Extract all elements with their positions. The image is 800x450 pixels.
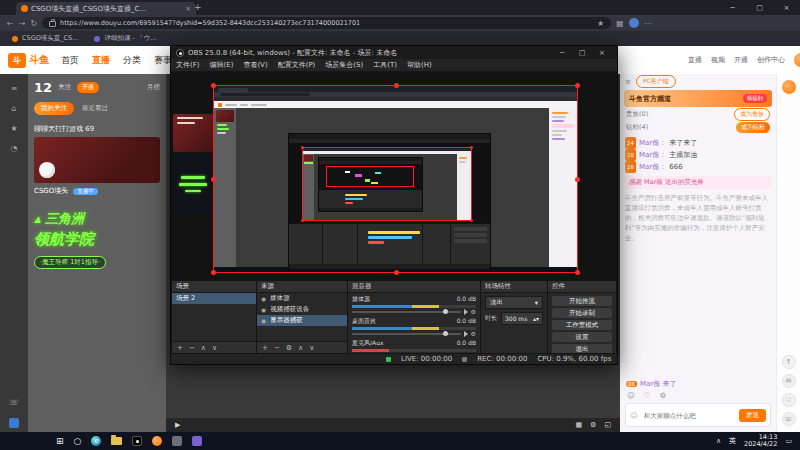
volume-slider[interactable]: [352, 311, 461, 313]
notification-center-icon[interactable]: ▭: [785, 437, 792, 445]
live-now-pill[interactable]: 开播: [77, 82, 99, 93]
official-banner[interactable]: 斗鱼官方频道 领福利: [624, 90, 772, 107]
gift-icon[interactable]: ♡: [644, 391, 651, 400]
visibility-eye-icon[interactable]: ◉: [261, 306, 266, 313]
scene-up-icon[interactable]: ∧: [201, 344, 206, 352]
taskbar-search-icon[interactable]: ○: [74, 436, 82, 446]
stream-card[interactable]: 聊聊天打打游戏 69 CSGO瑛头 直播中: [34, 124, 160, 196]
back-to-top-icon[interactable]: ↑: [782, 355, 796, 369]
menu-icon[interactable]: ≡: [11, 84, 18, 93]
source-item[interactable]: ◉ 媒体源: [257, 293, 347, 304]
quality-icon[interactable]: ▦: [575, 421, 582, 429]
chat-input-box[interactable]: ☺ 发送: [625, 403, 771, 427]
settings-button[interactable]: 设置: [552, 332, 612, 342]
douyu-logo[interactable]: 斗 斗鱼: [8, 53, 49, 68]
tab-close-icon[interactable]: ×: [185, 5, 191, 13]
home-icon[interactable]: ⌂: [11, 104, 16, 113]
window-minimize-button[interactable]: ─: [719, 0, 746, 15]
add-source-icon[interactable]: +: [262, 344, 268, 352]
monthly-rank-link[interactable]: 月榜: [147, 83, 160, 92]
collections-icon[interactable]: ▦: [616, 19, 624, 28]
fullscreen-icon[interactable]: ◱: [604, 421, 611, 429]
star-icon[interactable]: ★: [10, 124, 17, 133]
menu-profile[interactable]: 配置文件(P): [273, 60, 321, 70]
become-noble-button[interactable]: 成为贵族: [734, 108, 770, 121]
track-settings-icon[interactable]: ⚙: [471, 330, 476, 337]
visibility-eye-icon[interactable]: ◉: [261, 317, 266, 324]
obs-close-button[interactable]: ×: [592, 49, 612, 57]
refresh-icon[interactable]: ↻: [30, 19, 37, 28]
menu-view[interactable]: 查看(V): [238, 60, 272, 70]
menu-scene-collection[interactable]: 场景集合(S): [320, 60, 368, 70]
studio-mode-button[interactable]: 工作室模式: [552, 320, 612, 330]
url-field[interactable]: https://www.douyu.com/69591547?dyshid=59…: [42, 17, 611, 29]
volume-slider[interactable]: [352, 333, 461, 335]
camera-source-preview[interactable]: [173, 154, 213, 214]
taskbar-app-icon[interactable]: [192, 436, 202, 446]
browser-tab[interactable]: CSGO瑛头直播_CSGO瑛头直播_C... ×: [16, 2, 196, 15]
taskbar-edge-icon[interactable]: e: [91, 436, 101, 446]
back-icon[interactable]: ←: [7, 19, 14, 28]
fan-count-label[interactable]: 钻粉(4): [626, 123, 732, 132]
window-maximize-button[interactable]: □: [746, 0, 773, 15]
media-source-preview[interactable]: [173, 114, 213, 152]
speaker-icon[interactable]: [464, 309, 468, 315]
taskbar-explorer-icon[interactable]: [111, 437, 122, 445]
obs-title-bar[interactable]: OBS 25.0.8 (64-bit, windows) - 配置文件: 未命名…: [171, 46, 617, 59]
stepper-icon[interactable]: ▴▾: [533, 315, 539, 322]
language-indicator[interactable]: 英: [729, 436, 736, 446]
service-icon[interactable]: ☏: [782, 412, 796, 426]
history-icon[interactable]: ◔: [11, 144, 18, 153]
taskbar-app-icon[interactable]: [172, 436, 182, 446]
pc-client-button[interactable]: PC客户端: [636, 75, 676, 88]
new-tab-button[interactable]: +: [194, 2, 202, 12]
chat-settings-icon[interactable]: ⚙: [660, 391, 667, 400]
service-icon[interactable]: ☏: [9, 398, 19, 407]
source-item-selected[interactable]: ◉ 显示器捕获: [257, 315, 347, 326]
favorite-icon[interactable]: ♡: [782, 393, 796, 407]
obs-minimize-button[interactable]: ─: [552, 49, 572, 57]
taskbar-obs-icon[interactable]: [132, 436, 142, 446]
tray-chevron-icon[interactable]: ∧: [716, 437, 721, 445]
source-up-icon[interactable]: ∧: [298, 344, 303, 352]
settings-icon[interactable]: ⚙: [590, 421, 596, 429]
menu-tools[interactable]: 工具(T): [368, 60, 402, 70]
remove-source-icon[interactable]: −: [274, 344, 280, 352]
transition-select[interactable]: 淡出 ▾: [485, 296, 543, 309]
source-properties-icon[interactable]: ⚙: [286, 344, 292, 352]
become-fan-button[interactable]: 成为钻粉: [736, 122, 770, 133]
track-settings-icon[interactable]: ⚙: [471, 308, 476, 315]
bookmark-item[interactable]: 详细拍课 - 「ウ...: [94, 34, 156, 43]
nav-video-small[interactable]: 视频: [711, 55, 725, 65]
menu-file[interactable]: 文件(F): [171, 60, 205, 70]
window-close-button[interactable]: ×: [773, 0, 800, 15]
play-icon[interactable]: ▶: [175, 421, 180, 429]
scene-item[interactable]: 场景 2: [172, 293, 256, 304]
url-text[interactable]: https://www.douyu.com/69591547?dyshid=59…: [60, 19, 593, 27]
favorite-star-icon[interactable]: ★: [597, 19, 604, 28]
speaker-icon[interactable]: [464, 331, 468, 337]
add-scene-icon[interactable]: +: [177, 344, 183, 352]
obs-maximize-button[interactable]: □: [572, 49, 592, 57]
visibility-eye-icon[interactable]: ◉: [261, 295, 266, 302]
app-download-icon[interactable]: [9, 418, 19, 428]
remove-scene-icon[interactable]: −: [189, 344, 195, 352]
chat-username[interactable]: Mar薇: [639, 161, 666, 173]
recently-watched-link[interactable]: 最近看过: [82, 104, 108, 113]
taskbar-douyu-icon[interactable]: [152, 436, 162, 446]
streamer-name[interactable]: CSGO瑛头: [34, 186, 68, 196]
chat-username[interactable]: Mar薇: [639, 149, 666, 161]
scene-down-icon[interactable]: ∨: [212, 344, 217, 352]
menu-help[interactable]: 帮助(H): [402, 60, 437, 70]
noble-count-label[interactable]: 贵族(0): [626, 110, 730, 119]
start-button[interactable]: ⊞: [56, 436, 64, 446]
start-streaming-button[interactable]: 开始推流: [552, 296, 612, 306]
nav-broadcast-small[interactable]: 开播: [734, 55, 748, 65]
start-recording-button[interactable]: 开始录制: [552, 308, 612, 318]
chat-input[interactable]: [642, 411, 735, 420]
menu-edit[interactable]: 编辑(E): [205, 60, 239, 70]
nav-live[interactable]: 直播: [92, 54, 110, 67]
banner-action-button[interactable]: 领福利: [743, 94, 768, 103]
obs-preview-canvas[interactable]: [171, 72, 617, 280]
bookmark-item[interactable]: CSGO瑛头直_CS...: [12, 34, 78, 43]
